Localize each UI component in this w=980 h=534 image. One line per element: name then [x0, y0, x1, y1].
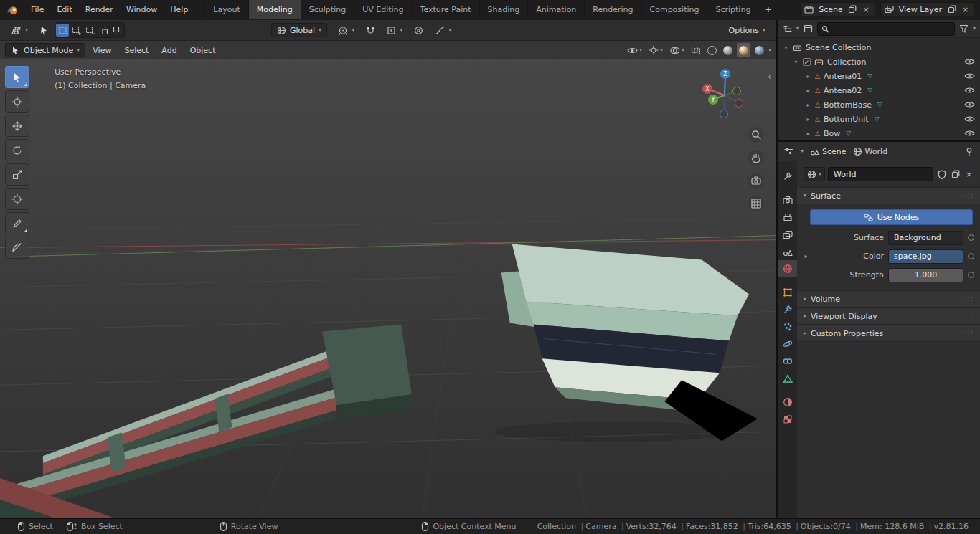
eye-icon[interactable] [964, 101, 975, 108]
properties-tab-render[interactable] [778, 191, 797, 209]
outliner-row-bottombase[interactable]: ▸ △ BottomBase ▽ [778, 97, 980, 112]
surface-panel-header[interactable]: ▾ Surface ∷∷ [797, 187, 980, 204]
show-overlays-dropdown[interactable]: ▾ [667, 43, 687, 57]
properties-tab-scene[interactable] [778, 243, 797, 260]
world-name-field[interactable]: World [828, 167, 933, 181]
region-toggle-chevron[interactable]: ‹ [768, 71, 771, 82]
outliner-display-mode-icon[interactable] [803, 24, 814, 34]
panel-grip[interactable]: ∷∷ [962, 191, 974, 201]
decorator-ring[interactable] [968, 272, 974, 278]
shading-wireframe-button[interactable] [705, 43, 719, 57]
snap-target-dropdown[interactable]: ▾ [381, 23, 408, 37]
breadcrumb-scene[interactable]: Scene [810, 147, 847, 156]
properties-tab-material[interactable] [778, 394, 797, 411]
outliner-row-bottomunit[interactable]: ▸ △ BottomUnit ▽ [778, 112, 980, 126]
workspace-tab-scripting[interactable]: Scripting [707, 0, 758, 19]
tool-measure[interactable] [5, 237, 29, 259]
camera-view-icon[interactable] [748, 173, 764, 189]
tool-rotate[interactable] [5, 139, 29, 161]
tool-scale[interactable] [5, 163, 29, 186]
workspace-tab-texture-paint[interactable]: Texture Paint [412, 0, 479, 19]
tool-select-box[interactable] [5, 66, 29, 88]
unlink-scene-icon[interactable]: × [861, 4, 872, 15]
proportional-editing-icon[interactable] [413, 25, 424, 36]
shading-solid-button[interactable] [721, 43, 735, 57]
properties-tab-object[interactable] [778, 284, 797, 301]
spaceship-model[interactable] [0, 244, 758, 518]
tool-cursor[interactable] [5, 90, 29, 113]
pan-hand-icon[interactable] [748, 150, 764, 166]
object-type-visibility-dropdown[interactable]: ▾ [625, 43, 644, 57]
mode-dropdown[interactable]: Object Mode ▾ [5, 43, 85, 57]
expand-color-icon[interactable]: ▸ [803, 253, 809, 259]
proportional-falloff-dropdown[interactable]: ▾ [429, 23, 457, 37]
menu-file[interactable]: File [24, 0, 50, 19]
properties-editor-type-button[interactable] [783, 146, 794, 157]
outliner-search[interactable] [817, 22, 955, 36]
properties-tab-world[interactable] [778, 260, 797, 277]
volume-panel-header[interactable]: ▸ Volume ∷∷ [797, 290, 980, 307]
add-workspace-button[interactable]: + [758, 0, 778, 19]
workspace-tab-animation[interactable]: Animation [527, 0, 584, 19]
surface-value-dropdown[interactable]: Background [888, 231, 963, 245]
outliner-row-antena02[interactable]: ▸ △ Antena02 ▽ [778, 83, 980, 97]
eye-icon[interactable] [964, 87, 975, 94]
color-value-field[interactable]: space.jpg [888, 249, 963, 264]
editor-type-button[interactable]: ▾ [5, 23, 34, 37]
select-mode-subtract-icon[interactable] [83, 24, 96, 37]
disclosure-icon[interactable]: ▸ [805, 87, 811, 94]
use-nodes-button[interactable]: Use Nodes [810, 209, 973, 225]
workspace-tab-compositing[interactable]: Compositing [641, 0, 707, 19]
select-mode-invert-icon[interactable] [97, 24, 110, 37]
browse-world-button[interactable]: ▾ [804, 167, 825, 181]
outliner-row-antena01[interactable]: ▸ △ Antena01 ▽ [778, 69, 980, 83]
toggle-xray-icon[interactable] [689, 43, 703, 57]
viewport-display-panel-header[interactable]: ▸ Viewport Display ∷∷ [797, 307, 980, 325]
disclosure-icon[interactable]: ▸ [805, 73, 811, 80]
select-mode-set-icon[interactable] [56, 24, 69, 37]
strength-slider[interactable]: 1.000 [888, 268, 963, 282]
eye-icon[interactable] [964, 72, 975, 80]
outliner-row-bow[interactable]: ▸ △ Bow ▽ [778, 126, 980, 140]
outliner-row-scene-collection[interactable]: ▾ Scene Collection [778, 40, 980, 54]
workspace-tab-layout[interactable]: Layout [204, 0, 248, 19]
snap-toggle-icon[interactable] [365, 25, 376, 36]
eye-icon[interactable] [964, 58, 975, 65]
properties-tab-physics[interactable] [778, 335, 797, 353]
properties-tab-modifiers[interactable] [778, 301, 797, 318]
properties-tab-output[interactable] [778, 209, 797, 226]
panel-grip[interactable]: ∷∷ [962, 312, 974, 321]
toggle-grid-icon[interactable] [748, 196, 764, 211]
outliner-search-input[interactable] [832, 24, 951, 34]
viewport-3d-scene[interactable] [0, 59, 776, 518]
menu-render[interactable]: Render [79, 0, 120, 19]
select-mode-extend-icon[interactable] [70, 24, 83, 37]
remove-view-layer-icon[interactable]: × [960, 4, 971, 15]
blender-logo-icon[interactable] [0, 0, 24, 19]
outliner-editor-type-button[interactable] [782, 24, 793, 34]
duplicate-scene-icon[interactable] [847, 4, 858, 15]
workspace-tab-shading[interactable]: Shading [479, 0, 528, 19]
unlink-world-icon[interactable]: × [963, 169, 974, 180]
workspace-tab-uv-editing[interactable]: UV Editing [354, 0, 411, 19]
menu-object[interactable]: Object [184, 43, 222, 57]
workspace-tab-rendering[interactable]: Rendering [584, 0, 641, 19]
menu-help[interactable]: Help [164, 0, 194, 19]
menu-window[interactable]: Window [120, 0, 164, 19]
breadcrumb-world[interactable]: World [853, 147, 888, 156]
scene-selector[interactable]: Scene × [800, 2, 875, 16]
collection-checkbox[interactable]: ✓ [803, 58, 811, 66]
pin-icon[interactable] [963, 146, 974, 157]
panel-grip[interactable]: ∷∷ [962, 329, 974, 338]
shading-rendered-button[interactable] [753, 43, 766, 57]
properties-tab-texture[interactable] [778, 411, 797, 428]
properties-tab-tool[interactable] [778, 168, 797, 185]
decorator-ring[interactable] [968, 234, 974, 241]
eye-icon[interactable] [964, 115, 975, 123]
disclosure-icon[interactable]: ▾ [793, 59, 799, 65]
properties-tab-view-layer[interactable] [778, 226, 797, 243]
tool-transform[interactable] [5, 188, 29, 210]
new-world-copy-icon[interactable] [950, 169, 961, 180]
properties-tab-constraints[interactable] [778, 353, 797, 370]
disclosure-icon[interactable]: ▸ [805, 102, 811, 108]
